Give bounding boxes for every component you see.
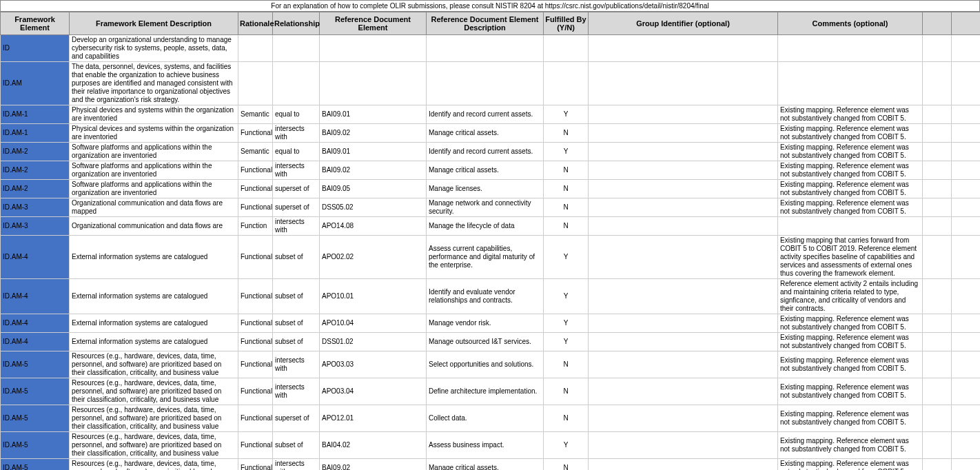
- cell[interactable]: Existing mapping. Reference element was …: [778, 314, 923, 333]
- cell[interactable]: ID.AM-1: [1, 105, 70, 124]
- cell[interactable]: BAI09.02: [320, 459, 427, 471]
- col-fulfilled-by[interactable]: Fulfilled By (Y/N): [544, 12, 589, 35]
- cell[interactable]: ID.AM-5: [1, 459, 70, 471]
- cell[interactable]: APO03.04: [320, 378, 427, 405]
- cell[interactable]: [952, 459, 981, 471]
- cell[interactable]: [589, 351, 778, 378]
- cell[interactable]: Existing mapping. Reference element was …: [778, 161, 923, 180]
- cell[interactable]: ID.AM: [1, 62, 70, 105]
- cell[interactable]: Existing mapping. Reference element was …: [778, 198, 923, 217]
- cell[interactable]: APO14.08: [320, 217, 427, 236]
- cell[interactable]: Resources (e.g., hardware, devices, data…: [70, 378, 238, 405]
- cell[interactable]: Manage the lifecycle of data: [427, 217, 544, 236]
- cell[interactable]: External information systems are catalog…: [70, 279, 238, 314]
- table-row[interactable]: ID.AM-3Organizational communication and …: [1, 217, 981, 236]
- cell[interactable]: APO03.03: [320, 351, 427, 378]
- cell[interactable]: Assess current capabilities, performance…: [427, 236, 544, 279]
- cell[interactable]: [923, 405, 952, 432]
- table-row[interactable]: ID.AM-4External information systems are …: [1, 236, 981, 279]
- cell[interactable]: Existing mapping. Reference element was …: [778, 105, 923, 124]
- col-rationale[interactable]: Rationale: [238, 12, 273, 35]
- cell[interactable]: [952, 143, 981, 161]
- cell[interactable]: Functional: [238, 351, 273, 378]
- cell[interactable]: [589, 432, 778, 459]
- cell[interactable]: ID: [1, 35, 70, 62]
- cell[interactable]: intersects with: [273, 124, 320, 143]
- cell[interactable]: Identify and evaluate vendor relationshi…: [427, 279, 544, 314]
- cell[interactable]: Functional: [238, 314, 273, 333]
- cell[interactable]: Existing mapping. Reference element was …: [778, 333, 923, 351]
- cell[interactable]: Identify and record current assets.: [427, 143, 544, 161]
- cell[interactable]: N: [544, 161, 589, 180]
- cell[interactable]: Functional: [238, 236, 273, 279]
- cell[interactable]: Identify and record current assets.: [427, 105, 544, 124]
- cell[interactable]: [320, 62, 427, 105]
- cell[interactable]: [952, 217, 981, 236]
- cell[interactable]: [589, 124, 778, 143]
- cell[interactable]: Software platforms and applications with…: [70, 143, 238, 161]
- cell[interactable]: The data, personnel, devices, systems, a…: [70, 62, 238, 105]
- cell[interactable]: [589, 217, 778, 236]
- table-row[interactable]: ID.AM-4External information systems are …: [1, 279, 981, 314]
- cell[interactable]: [923, 432, 952, 459]
- cell[interactable]: [589, 378, 778, 405]
- cell[interactable]: Reference element activity 2 entails inc…: [778, 279, 923, 314]
- cell[interactable]: intersects with: [273, 459, 320, 471]
- cell[interactable]: Y: [544, 143, 589, 161]
- cell[interactable]: [273, 35, 320, 62]
- cell[interactable]: subset of: [273, 236, 320, 279]
- cell[interactable]: Existing mapping. Reference element was …: [778, 459, 923, 471]
- cell[interactable]: [923, 333, 952, 351]
- col-framework-desc[interactable]: Framework Element Description: [70, 12, 238, 35]
- col-comments[interactable]: Comments (optional): [778, 12, 923, 35]
- cell[interactable]: [544, 35, 589, 62]
- cell[interactable]: Functional: [238, 180, 273, 198]
- cell[interactable]: Functional: [238, 405, 273, 432]
- table-row[interactable]: ID.AM-4External information systems are …: [1, 333, 981, 351]
- cell[interactable]: Functional: [238, 161, 273, 180]
- table-row[interactable]: ID.AM-1Physical devices and systems with…: [1, 124, 981, 143]
- cell[interactable]: ID.AM-5: [1, 432, 70, 459]
- cell[interactable]: Manage vendor risk.: [427, 314, 544, 333]
- table-row[interactable]: ID.AM-5Resources (e.g., hardware, device…: [1, 432, 981, 459]
- cell[interactable]: [273, 62, 320, 105]
- cell[interactable]: External information systems are catalog…: [70, 314, 238, 333]
- cell[interactable]: Manage outsourced I&T services.: [427, 333, 544, 351]
- cell[interactable]: [923, 217, 952, 236]
- cell[interactable]: N: [544, 378, 589, 405]
- cell[interactable]: intersects with: [273, 351, 320, 378]
- cell[interactable]: [589, 314, 778, 333]
- table-row[interactable]: ID.AM-2Software platforms and applicatio…: [1, 143, 981, 161]
- cell[interactable]: ID.AM-3: [1, 198, 70, 217]
- cell[interactable]: [923, 35, 952, 62]
- cell[interactable]: [589, 161, 778, 180]
- cell[interactable]: [952, 105, 981, 124]
- cell[interactable]: ID.AM-5: [1, 405, 70, 432]
- cell[interactable]: Physical devices and systems within the …: [70, 124, 238, 143]
- cell[interactable]: Resources (e.g., hardware, devices, data…: [70, 405, 238, 432]
- cell[interactable]: [589, 459, 778, 471]
- table-row[interactable]: IDDevelop an organizational understandin…: [1, 35, 981, 62]
- col-relationship[interactable]: Relationship: [273, 12, 320, 35]
- cell[interactable]: [589, 180, 778, 198]
- cell[interactable]: ID.AM-4: [1, 236, 70, 279]
- cell[interactable]: ID.AM-4: [1, 279, 70, 314]
- col-framework-element[interactable]: Framework Element: [1, 12, 70, 35]
- table-row[interactable]: ID.AM-5Resources (e.g., hardware, device…: [1, 378, 981, 405]
- cell[interactable]: [923, 124, 952, 143]
- cell[interactable]: Manage critical assets.: [427, 161, 544, 180]
- cell[interactable]: ID.AM-1: [1, 124, 70, 143]
- cell[interactable]: [589, 198, 778, 217]
- cell[interactable]: intersects with: [273, 378, 320, 405]
- cell[interactable]: Functional: [238, 459, 273, 471]
- cell[interactable]: subset of: [273, 432, 320, 459]
- cell[interactable]: superset of: [273, 198, 320, 217]
- cell[interactable]: Assess business impact.: [427, 432, 544, 459]
- col-extra-2[interactable]: [952, 12, 981, 35]
- cell[interactable]: [320, 35, 427, 62]
- cell[interactable]: BAI09.02: [320, 124, 427, 143]
- cell[interactable]: [778, 62, 923, 105]
- cell[interactable]: ID.AM-2: [1, 180, 70, 198]
- cell[interactable]: Existing mapping. Reference element was …: [778, 124, 923, 143]
- cell[interactable]: [952, 35, 981, 62]
